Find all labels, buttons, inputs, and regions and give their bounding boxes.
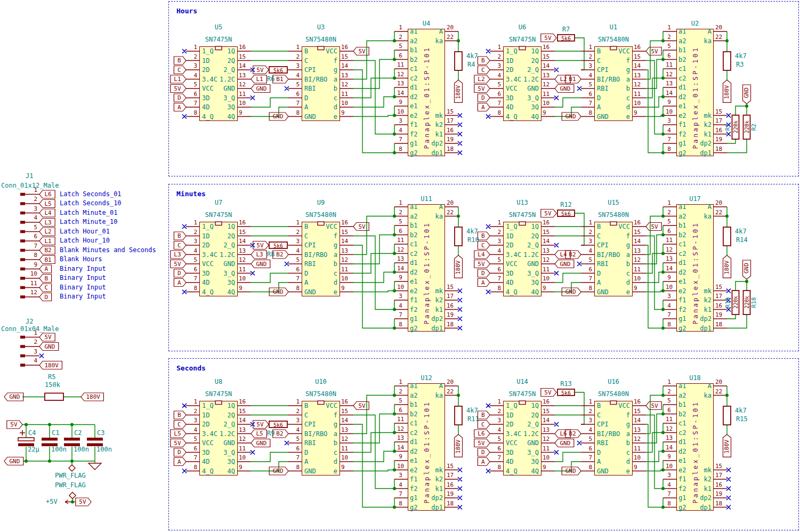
- net-label-B[interactable]: B: [175, 412, 183, 418]
- pwr-flag-text[interactable]: PWR_FLAG: [55, 482, 86, 488]
- net-label-180V[interactable]: 180V: [455, 259, 462, 276]
- resistor-value[interactable]: 5k6: [269, 244, 287, 249]
- net-label-A[interactable]: A: [479, 280, 487, 286]
- net-label-5V[interactable]: 5V: [543, 211, 553, 216]
- component-ref[interactable]: R13: [557, 381, 575, 387]
- net-label-L2[interactable]: L2: [476, 76, 487, 82]
- net-label-5V[interactable]: 5V: [255, 422, 265, 428]
- net-label-B[interactable]: B: [175, 233, 183, 239]
- component-ref[interactable]: C3: [97, 430, 104, 436]
- net-label-5V[interactable]: 5V: [476, 440, 487, 446]
- component-ref[interactable]: U12: [408, 375, 445, 381]
- net-label-180V[interactable]: 180V: [724, 438, 730, 455]
- component-ref[interactable]: C4: [28, 430, 36, 436]
- resistor-value[interactable]: 5k6: [269, 68, 287, 74]
- component-ref[interactable]: R11: [467, 416, 479, 422]
- net-label-L3[interactable]: L3: [43, 220, 53, 225]
- net-label-5V[interactable]: 5V: [357, 49, 367, 54]
- resistor-value[interactable]: 5k6: [269, 423, 287, 428]
- component-ref[interactable]: J1: [26, 173, 33, 179]
- component-ref[interactable]: R18: [751, 291, 757, 315]
- net-label-5V[interactable]: 5V: [172, 440, 183, 446]
- net-label-B[interactable]: B: [175, 58, 183, 63]
- net-label-L1[interactable]: L1: [172, 76, 183, 82]
- net-label-180V[interactable]: 180V: [724, 259, 730, 276]
- net-label-D[interactable]: D: [43, 294, 50, 300]
- net-label-GND[interactable]: GND: [744, 261, 750, 275]
- component-ref[interactable]: R16: [725, 291, 731, 315]
- net-label-B[interactable]: B: [479, 412, 487, 418]
- net-label-L4[interactable]: L4: [476, 252, 487, 257]
- net-label-A[interactable]: A: [175, 280, 183, 286]
- net-label-180V[interactable]: 180V: [724, 84, 730, 101]
- net-label-5V[interactable]: 5V: [476, 86, 487, 92]
- component-ref[interactable]: R8: [267, 251, 274, 257]
- component-ref[interactable]: U17: [676, 196, 714, 202]
- net-label-GND[interactable]: GND: [558, 440, 572, 446]
- component-value[interactable]: SN7475N: [199, 391, 238, 397]
- resistor-value[interactable]: 4k7: [735, 53, 747, 59]
- resistor-value[interactable]: 4k7: [466, 228, 478, 235]
- component-ref[interactable]: U8: [199, 378, 238, 385]
- net-label-L6[interactable]: L6: [476, 431, 487, 437]
- component-ref[interactable]: R7: [557, 26, 575, 33]
- net-label-5V[interactable]: 5V: [543, 390, 553, 396]
- component-value[interactable]: SN75480N: [594, 36, 633, 43]
- resistor-value[interactable]: 220k: [733, 291, 739, 313]
- net-label-D[interactable]: D: [479, 95, 487, 101]
- net-label-B2[interactable]: B2: [43, 247, 53, 253]
- net-label-C[interactable]: C: [479, 243, 487, 248]
- net-label-A[interactable]: A: [175, 104, 183, 110]
- net-label-D[interactable]: D: [175, 449, 183, 455]
- net-label-B1[interactable]: B1: [43, 257, 53, 263]
- net-label-GND[interactable]: GND: [271, 468, 285, 474]
- net-label-5V[interactable]: 5V: [649, 49, 660, 54]
- net-label-GND[interactable]: GND: [271, 114, 285, 119]
- pin-description[interactable]: Binary Input: [60, 265, 106, 272]
- resistor-value[interactable]: 4k7: [466, 53, 478, 59]
- net-label-L5[interactable]: L5: [254, 431, 265, 437]
- net-label-5V[interactable]: 5V: [43, 334, 53, 340]
- net-label-GND[interactable]: GND: [7, 458, 22, 464]
- component-ref[interactable]: R1: [725, 115, 731, 139]
- net-label-C[interactable]: C: [43, 285, 50, 291]
- net-label-A[interactable]: A: [175, 459, 183, 465]
- component-ref[interactable]: U14: [503, 378, 542, 385]
- component-ref[interactable]: R12: [557, 201, 575, 208]
- net-label-L4[interactable]: L4: [43, 210, 53, 216]
- component-ref[interactable]: R4: [467, 61, 475, 68]
- net-label-L3[interactable]: L3: [254, 252, 265, 257]
- component-value[interactable]: SN7475N: [199, 212, 238, 218]
- net-label-L5[interactable]: L5: [43, 201, 53, 207]
- component-ref[interactable]: U6: [503, 24, 542, 30]
- net-label-L3[interactable]: L3: [172, 252, 183, 257]
- component-ref[interactable]: U15: [594, 199, 633, 206]
- component-ref[interactable]: U3: [302, 24, 340, 30]
- component-value[interactable]: SN7475N: [503, 212, 542, 218]
- net-label-5V[interactable]: 5V: [543, 35, 553, 41]
- resistor-value[interactable]: 5k6: [557, 391, 575, 396]
- component-ref[interactable]: R2: [751, 115, 757, 139]
- net-label-A[interactable]: A: [479, 459, 487, 465]
- net-label-5V[interactable]: 5V: [476, 261, 487, 267]
- net-label-L1[interactable]: L1: [254, 76, 265, 82]
- component-value[interactable]: SN7475N: [503, 36, 542, 43]
- net-label-B1[interactable]: B1: [274, 76, 285, 82]
- component-ref[interactable]: R5: [48, 374, 55, 380]
- net-label-C[interactable]: C: [175, 243, 183, 248]
- net-label-5V[interactable]: 5V: [357, 403, 367, 409]
- net-label-5V[interactable]: 5V: [255, 243, 265, 248]
- net-label-C[interactable]: C: [175, 422, 183, 428]
- resistor-value[interactable]: 4k7: [735, 407, 747, 414]
- component-ref[interactable]: R9: [267, 430, 274, 437]
- pin-description[interactable]: Binary Input: [60, 284, 106, 291]
- component-value[interactable]: SN75480N: [302, 391, 340, 397]
- component-ref[interactable]: U4: [408, 20, 445, 27]
- net-label-5V[interactable]: 5V: [9, 422, 19, 428]
- net-label-GND[interactable]: GND: [558, 86, 572, 92]
- net-label-180V[interactable]: 180V: [455, 84, 462, 101]
- resistor-value[interactable]: 5k6: [557, 36, 575, 42]
- capacitor-value[interactable]: 100n: [51, 446, 67, 453]
- component-ref[interactable]: J2: [26, 318, 33, 325]
- pin-description[interactable]: Blank Hours: [60, 256, 102, 262]
